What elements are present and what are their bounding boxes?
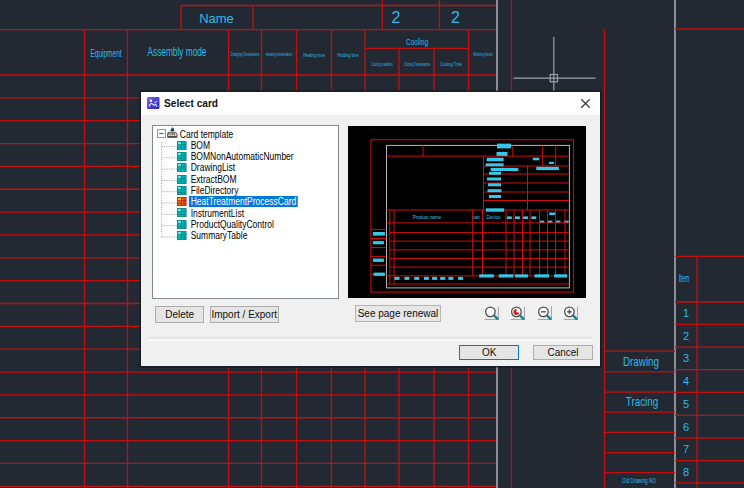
dialog-title: Select card <box>164 92 218 115</box>
card-item-icon-selected <box>177 197 187 206</box>
zoom-out-button[interactable] <box>537 306 552 320</box>
cooling-time-header: Cooling Time <box>433 61 468 67</box>
item-header: Item <box>674 273 693 284</box>
card-item-icon <box>177 141 187 150</box>
tree-item-instrumentlist[interactable]: InstrumentList <box>153 207 338 218</box>
import-export-button[interactable]: Import / Export <box>210 306 279 323</box>
card-item-icon <box>177 175 187 184</box>
card-template-root-icon <box>167 127 178 139</box>
cancel-button[interactable]: Cancel <box>533 345 594 360</box>
close-button[interactable] <box>572 92 598 115</box>
select-card-dialog: Select card Card templateBOMBOMNonAutoma… <box>140 91 601 368</box>
tree-item-label: DrawingList <box>189 162 237 173</box>
dialog-titlebar[interactable]: Select card <box>141 92 600 115</box>
value-1: 2 <box>392 9 401 27</box>
item-row-number: 5 <box>683 398 689 410</box>
ok-button[interactable]: OK <box>459 345 520 360</box>
preview-device-label: Device <box>486 215 500 220</box>
app-logo-icon <box>147 97 160 109</box>
equipment-header: Equipment <box>80 47 130 59</box>
item-row-number: 7 <box>683 443 689 455</box>
zoom-window-button[interactable] <box>484 306 499 320</box>
tree-item-label: ExtractBOM <box>189 174 238 185</box>
tree-item-label: SummaryTable <box>189 230 249 241</box>
tree-item-label: BOMNonAutomaticNumber <box>189 151 295 162</box>
tree-item-label: ProductQualityControl <box>189 219 276 230</box>
drawing-label: Drawing <box>619 355 663 369</box>
tree-item-filedirectory[interactable]: FileDirectory <box>153 185 338 196</box>
crosshair-cursor <box>513 37 595 95</box>
working-hours-header: Working Hours <box>465 51 501 57</box>
tree-item-label: BOM <box>189 140 212 151</box>
zoom-in-button[interactable] <box>563 306 578 320</box>
cad-canvas: Name22EquipmentAssembly modeCharging Tem… <box>0 0 744 488</box>
magnifier-glyph <box>484 306 500 322</box>
tree-root-label: Card template <box>179 129 235 140</box>
tree-collapse-icon[interactable] <box>157 129 166 138</box>
item-row-number: 4 <box>683 375 689 387</box>
tree-item-heattreatmentprocesscard[interactable]: HeatTreatmentProcessCard <box>153 196 338 207</box>
card-item-icon <box>177 152 187 161</box>
tree-item-label: HeatTreatmentProcessCard <box>189 196 298 207</box>
tree-item-summarytable[interactable]: SummaryTable <box>153 230 338 241</box>
name-header: Name <box>199 10 234 25</box>
tree-item-label: FileDirectory <box>189 185 240 196</box>
tree-item-extractbom[interactable]: ExtractBOM <box>153 174 338 185</box>
value-2: 2 <box>451 9 460 27</box>
item-row-number: 2 <box>683 330 689 342</box>
preview-product-name-label: Product name <box>413 215 442 220</box>
heating-time-header: Heating time <box>297 51 332 58</box>
delete-button[interactable]: Delete <box>155 306 204 323</box>
card-template-tree[interactable]: Card templateBOMBOMNonAutomaticNumberDra… <box>152 125 339 299</box>
item-row-number: 6 <box>683 421 689 433</box>
tree-root-card-template[interactable]: Card template <box>153 128 338 139</box>
tree-item-productqualitycontrol[interactable]: ProductQualityControl <box>153 219 338 230</box>
card-item-icon <box>177 220 187 229</box>
assembly-mode-header: Assembly mode <box>134 45 219 59</box>
tree-item-bomnonautomaticnumber[interactable]: BOMNonAutomaticNumber <box>153 151 338 162</box>
card-preview-panel: Product namepartDevice <box>348 126 586 298</box>
tracing-label: Tracing <box>622 395 662 409</box>
card-item-icon <box>177 163 187 172</box>
card-item-icon <box>177 208 187 217</box>
item-row-number: 3 <box>683 352 689 364</box>
magnifier-glyph <box>563 306 579 322</box>
tree-item-bom[interactable]: BOM <box>153 140 338 151</box>
close-icon <box>580 98 591 109</box>
card-item-icon <box>177 231 187 240</box>
footer-separator <box>148 337 592 341</box>
magnifier-glyph <box>510 306 526 322</box>
card-preview-drawing: Product namepartDevice <box>348 126 584 296</box>
zoom-dynamic-button[interactable] <box>510 306 525 320</box>
old-drawing-no-label: Old Drawing NO <box>612 476 667 485</box>
holding-time-header: Holding time <box>331 51 365 58</box>
tree-item-drawinglist[interactable]: DrawingList <box>153 162 338 173</box>
item-row-number: 1 <box>683 307 689 319</box>
card-item-icon <box>177 186 187 195</box>
see-page-renewal-button[interactable]: See page renewal <box>355 305 441 322</box>
magnifier-glyph <box>537 306 553 322</box>
tree-item-label: InstrumentList <box>189 208 246 219</box>
item-row-number: 8 <box>683 466 689 478</box>
cooling-header: Cooling <box>402 37 433 47</box>
